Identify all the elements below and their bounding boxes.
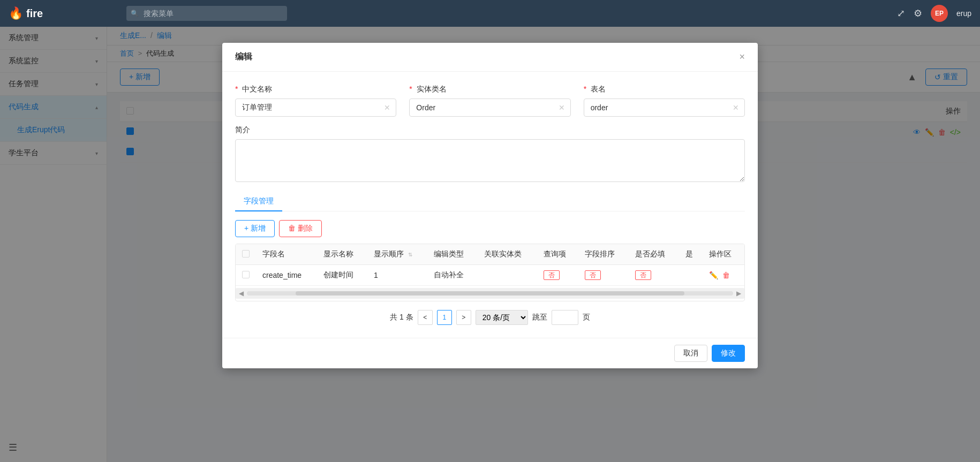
chinese-name-input[interactable]: [236, 99, 379, 116]
submit-button[interactable]: 修改: [712, 345, 745, 362]
th-ops: 操作区: [703, 244, 744, 265]
next-page-btn[interactable]: >: [456, 310, 471, 325]
add-field-button[interactable]: + 新增: [235, 220, 275, 237]
current-page-btn[interactable]: 1: [437, 310, 452, 325]
is-cell: [679, 265, 703, 286]
field-row-checkbox-cell: [236, 265, 256, 286]
scroll-track: [247, 291, 733, 296]
entity-class-label: * 实体类名: [409, 85, 570, 94]
goto-label: 跳至: [532, 313, 547, 322]
required-star-3: *: [584, 85, 586, 93]
entity-class-input-wrapper: ✕: [409, 99, 570, 117]
field-sort-badge[interactable]: 否: [585, 270, 601, 280]
form-group-entity-class: * 实体类名 ✕: [409, 85, 570, 117]
tab-field-management[interactable]: 字段管理: [235, 192, 282, 211]
table-name-input-wrapper: ✕: [584, 99, 745, 117]
row-delete-icon[interactable]: 🗑: [722, 271, 730, 279]
field-row-1-checkbox[interactable]: [242, 271, 250, 278]
tabs: 字段管理: [235, 192, 745, 211]
scroll-left-arrow[interactable]: ◀: [236, 290, 247, 297]
row-actions: ✏️ 🗑: [709, 271, 738, 279]
modal-close-button[interactable]: ×: [739, 51, 745, 63]
field-table-container: 字段名 显示名称 显示顺序 ⇅ 编辑类型 关联实体类 查询项 字段排序 是否必填: [235, 244, 745, 301]
th-field-name: 字段名: [256, 244, 317, 265]
cancel-button[interactable]: 取消: [674, 345, 707, 362]
form-group-intro: 简介: [235, 125, 745, 184]
th-query-item: 查询项: [537, 244, 578, 265]
ops-cell: ✏️ 🗑: [703, 265, 744, 286]
chinese-name-input-wrapper: ✕: [235, 99, 396, 117]
query-item-cell: 否: [537, 265, 578, 286]
settings-icon[interactable]: ⚙: [914, 7, 922, 19]
pagination-total: 共 1 条: [390, 313, 413, 322]
required-star-2: *: [409, 85, 412, 93]
modal-title: 编辑: [235, 51, 252, 63]
scroll-right-arrow[interactable]: ▶: [733, 290, 744, 297]
logo-icon: 🔥: [9, 6, 23, 20]
required-cell: 否: [629, 265, 679, 286]
field-table: 字段名 显示名称 显示顺序 ⇅ 编辑类型 关联实体类 查询项 字段排序 是否必填: [236, 244, 744, 286]
th-display-order: 显示顺序 ⇅: [367, 244, 428, 265]
table-name-clear-btn[interactable]: ✕: [727, 103, 744, 112]
th-required: 是否必填: [629, 244, 679, 265]
form-group-chinese-name: * 中文名称 ✕: [235, 85, 396, 117]
search-bar: 🔍: [126, 6, 287, 21]
related-entity-cell: [478, 265, 537, 286]
query-item-badge[interactable]: 否: [544, 270, 560, 280]
modal-footer: 取消 修改: [222, 338, 758, 368]
table-toolbar: + 新增 🗑 删除: [235, 220, 745, 237]
intro-label: 简介: [235, 125, 745, 135]
username: erup: [956, 9, 971, 18]
table-name-input[interactable]: [584, 99, 727, 116]
field-row-1: create_time 创建时间 1 自动补全 否 否: [236, 265, 744, 286]
top-nav: 🔥 fire 🔍 ⤢ ⚙ EP erup: [0, 0, 980, 27]
page-label: 页: [583, 313, 590, 322]
modal-overlay: 编辑 × * 中文名称 ✕ *: [0, 27, 980, 462]
edit-type-cell: 自动补全: [427, 265, 478, 286]
th-display-name: 显示名称: [317, 244, 367, 265]
th-related-entity: 关联实体类: [478, 244, 537, 265]
modal-header: 编辑 ×: [222, 43, 758, 72]
edit-modal: 编辑 × * 中文名称 ✕ *: [222, 43, 758, 368]
row-edit-icon[interactable]: ✏️: [709, 271, 718, 279]
entity-class-clear-btn[interactable]: ✕: [553, 103, 570, 112]
modal-body: * 中文名称 ✕ * 实体类名 ✕: [222, 72, 758, 338]
th-field-sort: 字段排序: [578, 244, 629, 265]
sort-icon-order[interactable]: ⇅: [408, 252, 412, 257]
expand-icon[interactable]: ⤢: [897, 7, 905, 19]
entity-class-input[interactable]: [410, 99, 553, 116]
chinese-name-clear-btn[interactable]: ✕: [379, 103, 396, 112]
field-sort-cell: 否: [578, 265, 629, 286]
th-edit-type: 编辑类型: [427, 244, 478, 265]
search-input[interactable]: [126, 6, 287, 21]
page-size-select[interactable]: 20 条/页 50 条/页 100 条/页: [476, 310, 528, 325]
field-name-cell: create_time: [256, 265, 317, 286]
logo: 🔥 fire: [9, 6, 116, 20]
display-order-cell: 1: [367, 265, 428, 286]
required-star-1: *: [235, 85, 238, 93]
chinese-name-label: * 中文名称: [235, 85, 396, 94]
form-row-1: * 中文名称 ✕ * 实体类名 ✕: [235, 85, 745, 117]
horizontal-scrollbar[interactable]: ◀ ▶: [236, 288, 744, 299]
scroll-thumb[interactable]: [296, 291, 684, 296]
pagination: 共 1 条 < 1 > 20 条/页 50 条/页 100 条/页 跳至 页: [235, 310, 745, 325]
field-select-all[interactable]: [242, 250, 250, 257]
delete-field-button[interactable]: 🗑 删除: [279, 220, 322, 237]
th-is: 是: [679, 244, 703, 265]
goto-input[interactable]: [552, 310, 578, 325]
top-right-actions: ⤢ ⚙ EP erup: [897, 5, 971, 22]
intro-textarea[interactable]: [235, 139, 745, 182]
display-name-cell: 创建时间: [317, 265, 367, 286]
search-icon: 🔍: [131, 10, 139, 17]
app-name: fire: [26, 7, 43, 20]
avatar[interactable]: EP: [931, 5, 948, 22]
th-checkbox: [236, 244, 256, 265]
required-badge[interactable]: 否: [635, 270, 651, 280]
prev-page-btn[interactable]: <: [418, 310, 433, 325]
table-name-label: * 表名: [584, 85, 745, 94]
form-group-table-name: * 表名 ✕: [584, 85, 745, 117]
